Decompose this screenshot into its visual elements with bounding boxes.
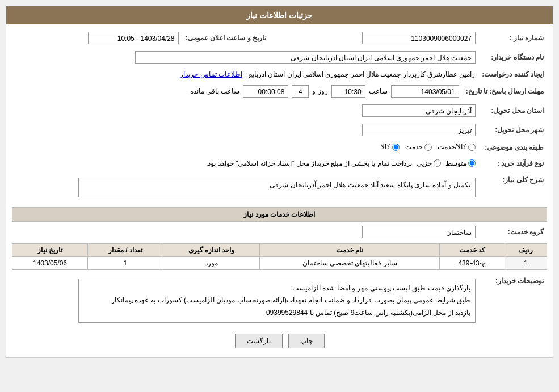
city-value: تبریز <box>60 122 479 138</box>
process-label-jozii: جزیی <box>417 159 432 167</box>
deadline-remain-suffix: ساعت باقی مانده <box>190 87 240 95</box>
category-radio-khedmat[interactable] <box>424 144 432 151</box>
info-table-row2: نام دستگاه خریدار: جمعیت هلال احمر جمهور… <box>12 49 547 65</box>
info-table-row5: استان محل تحویل: آذربایجان شرقی <box>12 103 547 119</box>
process-row: متوسط جزیی پرداخت تمام یا بخشی از مبلغ خ… <box>15 159 476 167</box>
table-cell-date: 1403/05/06 <box>12 256 88 269</box>
buyer-name-label: نام دستگاه خریدار: <box>479 49 547 65</box>
deadline-label: مهلت ارسال پاسخ: تا تاریخ: <box>463 83 547 99</box>
info-table-row6: شهر محل تحویل: تبریز <box>12 122 547 138</box>
need-description-label: شرح کلی نیاز: <box>479 172 547 203</box>
province-box: آذربایجان شرقی <box>362 104 476 117</box>
button-row: چاپ بازگشت <box>12 334 547 348</box>
page-wrapper: جزئیات اطلاعات نیاز شماره نیاز : 1103009… <box>0 0 559 392</box>
deadline-day-label: روز و <box>312 87 327 95</box>
deadline-time-box: 10:30 <box>331 85 365 98</box>
col-header-qty: تعداد / مقدار <box>87 243 163 256</box>
date-time-label: تاریخ و ساعت اعلان عمومی: <box>182 30 270 46</box>
category-option-kala-khedmat[interactable]: کالا/خدمت <box>438 143 476 151</box>
category-option-khedmat[interactable]: خدمت <box>405 143 432 151</box>
creator-text: رامین عطارشرق کاربردار جمعیت هلال احمر ج… <box>248 70 475 78</box>
process-label: نوع فرآیند خرید : <box>479 158 547 169</box>
buyer-notes-value: بارگذاری قیمت طبق لیست پیوستی مهر و امضا… <box>12 273 479 328</box>
info-table-row8: نوع فرآیند خرید : متوسط جزیی پرداخت <box>12 158 547 169</box>
main-container: جزئیات اطلاعات نیاز شماره نیاز : 1103009… <box>6 6 553 358</box>
province-value: آذربایجان شرقی <box>48 103 479 119</box>
category-label-kala-khedmat: کالا/خدمت <box>438 143 466 151</box>
category-radio-kala[interactable] <box>392 144 400 151</box>
service-group-box: ساختمان <box>362 226 476 238</box>
process-radio-mutavasset[interactable] <box>468 159 476 167</box>
deadline-remain-box: 00:00:08 <box>243 85 288 98</box>
buyer-notes-line: بازدید از محل الزامی(یکشنبه راس ساعت9 صب… <box>83 307 470 319</box>
process-option-mutavasset[interactable]: متوسط <box>445 159 476 167</box>
process-option-jozii[interactable]: جزیی <box>417 159 441 167</box>
category-options: کالا/خدمت خدمت کالا <box>12 141 479 154</box>
service-group-value: ساختمان <box>12 224 479 240</box>
need-number-label: شماره نیاز : <box>479 30 547 46</box>
creator-label: ایجاد کننده درخواست: <box>478 69 547 80</box>
category-label-kala: کالا <box>381 143 390 151</box>
category-option-kala[interactable]: کالا <box>381 143 400 151</box>
info-table-row1: شماره نیاز : 1103009006000027 تاریخ و سا… <box>12 30 547 46</box>
buyer-notes-label: توضیحات خریدار: <box>479 273 547 328</box>
services-section-title: اطلاعات خدمات مورد نیاز <box>12 207 547 222</box>
info-table-row3: ایجاد کننده درخواست: رامین عطارشرق کاربر… <box>12 69 547 80</box>
info-table-description: شرح کلی نیاز: تکمیل و آماده سازی پایگاه … <box>12 172 547 203</box>
need-number-box: 1103009006000027 <box>362 32 476 44</box>
print-button[interactable]: چاپ <box>288 334 325 348</box>
col-header-row: ردیف <box>505 243 547 256</box>
creator-value: رامین عطارشرق کاربردار جمعیت هلال احمر ج… <box>12 69 478 80</box>
buyer-notes-line: بارگذاری قیمت طبق لیست پیوستی مهر و امضا… <box>83 283 470 295</box>
buyer-name-value: جمعیت هلال احمر جمهوری اسلامی ایران استا… <box>12 49 479 65</box>
need-description-value: تکمیل و آماده سازی پایگاه سعید آباد جمعی… <box>12 172 479 203</box>
buyer-notes-box: بارگذاری قیمت طبق لیست پیوستی مهر و امضا… <box>78 279 476 323</box>
col-header-code: کد خدمت <box>440 243 505 256</box>
date-time-value: 1403/04/28 - 10:05 <box>12 30 182 46</box>
date-time-box: 1403/04/28 - 10:05 <box>88 32 179 44</box>
deadline-time-label: ساعت <box>369 87 388 95</box>
process-options: متوسط جزیی پرداخت تمام یا بخشی از مبلغ خ… <box>12 158 479 169</box>
process-note: پرداخت تمام یا بخشی از مبلغ خریداز محل "… <box>206 159 412 167</box>
services-table: ردیف کد خدمت نام خدمت واحد اندازه گیری ت… <box>12 243 547 270</box>
process-label-mutavasset: متوسط <box>445 159 466 167</box>
info-table-row7: طبقه بندی موضوعی: کالا/خدمت خدمت <box>12 141 547 154</box>
table-cell-row: 1 <box>505 256 547 269</box>
creator-link[interactable]: اطلاعات تماس خریدار <box>180 70 242 78</box>
category-radio-kala-khedmat[interactable] <box>468 144 476 151</box>
category-radio-group: کالا/خدمت خدمت کالا <box>381 143 476 151</box>
city-label: شهر محل تحویل: <box>479 122 547 138</box>
deadline-date-box: 1403/05/01 <box>391 85 459 98</box>
buyer-notes-line: طبق شرایط عمومی پیمان بصورت قرارداد و ضم… <box>83 294 470 307</box>
info-table-buyer-notes: توضیحات خریدار: بارگذاری قیمت طبق لیست پ… <box>12 273 547 328</box>
info-table-service-group: گروه خدمت: ساختمان <box>12 224 547 240</box>
province-label: استان محل تحویل: <box>479 103 547 119</box>
table-row: 1ج-43-439سایر فعالیتهای تخصصی ساختمانمور… <box>12 256 547 269</box>
city-box: تبریز <box>362 124 476 136</box>
col-header-date: تاریخ نیاز <box>12 243 88 256</box>
table-cell-code: ج-43-439 <box>440 256 505 269</box>
col-header-unit: واحد اندازه گیری <box>163 243 259 256</box>
service-group-label: گروه خدمت: <box>479 224 547 240</box>
buyer-name-box: جمعیت هلال احمر جمهوری اسلامی ایران استا… <box>135 51 476 64</box>
category-label: طبقه بندی موضوعی: <box>479 141 547 154</box>
deadline-row: 1403/05/01 ساعت 10:30 روز و 4 00:00:08 س… <box>15 85 459 98</box>
info-table-row4: مهلت ارسال پاسخ: تا تاریخ: 1403/05/01 سا… <box>12 83 547 99</box>
page-title: جزئیات اطلاعات نیاز <box>6 6 553 24</box>
deadline-values: 1403/05/01 ساعت 10:30 روز و 4 00:00:08 س… <box>12 83 463 99</box>
col-header-name: نام خدمت <box>259 243 439 256</box>
back-button[interactable]: بازگشت <box>235 334 283 348</box>
table-cell-quantity: 1 <box>87 256 163 269</box>
table-cell-unit: مورد <box>163 256 259 269</box>
process-radio-jozii[interactable] <box>434 159 441 167</box>
content-area: شماره نیاز : 1103009006000027 تاریخ و سا… <box>6 24 553 357</box>
deadline-day-box: 4 <box>292 85 309 98</box>
table-cell-name: سایر فعالیتهای تخصصی ساختمان <box>259 256 439 269</box>
need-description-box: تکمیل و آماده سازی پایگاه سعید آباد جمعی… <box>78 178 476 197</box>
category-label-khedmat: خدمت <box>405 143 423 151</box>
need-number-value: 1103009006000027 <box>270 30 479 46</box>
